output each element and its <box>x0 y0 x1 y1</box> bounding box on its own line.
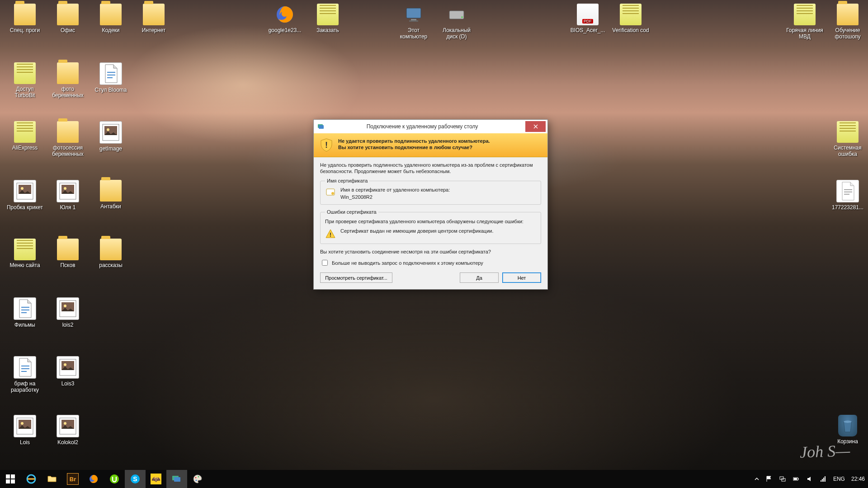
desktop-icon[interactable]: фото беременных <box>47 62 88 99</box>
desktop-icon[interactable]: Заказать <box>307 4 348 34</box>
desktop-icon[interactable]: Юля 1 <box>47 180 88 211</box>
folder-icon <box>47 474 57 484</box>
taskbar-firefox[interactable] <box>83 470 104 488</box>
desktop-icon[interactable]: Verification cod <box>610 4 651 34</box>
tray-clock[interactable]: 22:46 <box>848 470 868 488</box>
svg-rect-29 <box>21 371 27 372</box>
desktop-icon-label: Меню сайта <box>5 262 45 269</box>
desktop-icon[interactable]: Системная ошибка <box>827 121 868 158</box>
tray-language[interactable]: ENG <box>830 470 848 488</box>
svg-rect-46 <box>6 474 10 479</box>
taskbar-app-bat[interactable]: 🦇 <box>146 470 166 488</box>
desktop-icon[interactable]: Офис <box>47 4 88 34</box>
yes-button[interactable]: Да <box>460 272 499 283</box>
desktop-icon[interactable]: Псков <box>47 239 88 269</box>
desktop-icon[interactable]: google1e23... <box>264 4 305 34</box>
close-button[interactable] <box>525 121 546 132</box>
desktop-icon[interactable]: lois2 <box>47 297 88 328</box>
dialog-intro-text: Не удалось проверить подлинность удаленн… <box>320 162 541 174</box>
no-button[interactable]: Нет <box>502 272 541 283</box>
warning-line-1: Не удается проверить подлинность удаленн… <box>338 138 490 144</box>
file-image-icon <box>14 415 36 437</box>
tray-power[interactable] <box>789 470 803 488</box>
speaker-icon <box>806 475 813 483</box>
desktop-icon[interactable]: BIOS_Acer_... <box>567 4 608 34</box>
desktop-icon[interactable]: Фильмы <box>5 297 45 328</box>
desktop-icon[interactable]: Кодеки <box>90 4 131 34</box>
taskbar-bridge[interactable]: Br <box>62 470 83 488</box>
desktop-icon[interactable]: Пробка крикет <box>5 180 45 211</box>
desktop[interactable]: Спец. прогиОфисКодекиИнтернетgoogle1e23.… <box>0 0 868 470</box>
desktop-icon[interactable]: getImage <box>90 121 131 152</box>
desktop-icon[interactable]: Корзина <box>827 415 868 445</box>
tray-network[interactable] <box>776 470 789 488</box>
desktop-icon[interactable]: Kolokol2 <box>47 415 88 446</box>
svg-text:!: ! <box>325 141 328 150</box>
taskbar[interactable]: Br S 🦇 ENG 22:46 <box>0 470 868 488</box>
desktop-icon[interactable]: бриф на разработку <box>5 356 45 394</box>
notepad-icon-icon <box>620 4 642 25</box>
desktop-icon[interactable]: Обучение фотошопу <box>827 4 868 40</box>
certificate-value: Win_S2008R2 <box>340 194 450 200</box>
tray-volume[interactable] <box>803 470 816 488</box>
desktop-icon[interactable]: фотосессия беременных <box>47 121 88 158</box>
signal-icon <box>820 475 827 483</box>
desktop-icon[interactable]: 177223281... <box>827 180 868 211</box>
desktop-icon[interactable]: Меню сайта <box>5 239 45 269</box>
svg-rect-27 <box>21 366 29 366</box>
desktop-icon[interactable]: Локальный диск (D) <box>436 4 477 40</box>
folder-icon <box>57 121 79 143</box>
dont-ask-checkbox[interactable] <box>322 260 328 266</box>
desktop-icon[interactable]: Доступ TurboBit <box>5 62 45 99</box>
desktop-icon-label: Локальный диск (D) <box>436 27 477 40</box>
tray-wifi[interactable] <box>816 470 830 488</box>
taskbar-rdp[interactable] <box>166 470 187 488</box>
desktop-icon-label: AliExpress <box>5 144 45 151</box>
taskbar-explorer[interactable] <box>42 470 62 488</box>
desktop-icon[interactable]: Интернет <box>133 4 174 34</box>
desktop-icon-label: бриф на разработку <box>5 380 45 394</box>
svg-rect-19 <box>844 192 852 192</box>
tray-show-hidden[interactable] <box>751 470 762 488</box>
ie-icon <box>26 474 37 484</box>
desktop-icon-label: Этот компьютер <box>393 27 434 40</box>
system-tray: ENG 22:46 <box>751 470 868 488</box>
svg-rect-7 <box>107 75 115 75</box>
svg-rect-49 <box>11 479 15 483</box>
desktop-icon[interactable]: Lois <box>5 415 45 446</box>
desktop-icon[interactable]: Антабки <box>90 180 131 210</box>
taskbar-ie[interactable] <box>21 470 42 488</box>
file-pdf-icon <box>577 4 599 25</box>
svg-text:!: ! <box>330 231 331 238</box>
desktop-icon[interactable]: Горячая линия МВД <box>784 4 825 40</box>
tray-security[interactable] <box>762 470 776 488</box>
desktop-icon-label: Интернет <box>133 27 174 34</box>
desktop-icon-label: Стул Blooma <box>90 86 131 94</box>
dialog-question: Вы хотите установить соединение несмотря… <box>320 249 541 255</box>
taskbar-skype[interactable]: S <box>125 470 146 488</box>
desktop-icon[interactable]: Этот компьютер <box>393 4 434 40</box>
desktop-icon-label: Офис <box>47 27 88 34</box>
close-icon <box>533 124 538 129</box>
dialog-titlebar[interactable]: Подключение к удаленному рабочему столу <box>314 120 547 133</box>
desktop-icon[interactable]: Спец. проги <box>5 4 45 34</box>
svg-rect-1 <box>406 8 421 18</box>
desktop-icon[interactable]: Стул Blooma <box>90 62 131 94</box>
shield-warning-icon: ! <box>319 138 334 152</box>
taskbar-utorrent[interactable] <box>104 470 125 488</box>
svg-point-44 <box>331 192 334 195</box>
taskbar-paint[interactable] <box>187 470 208 488</box>
svg-rect-2 <box>411 19 416 20</box>
start-button[interactable] <box>0 470 21 488</box>
desktop-icon[interactable]: AliExpress <box>5 121 45 151</box>
certificate-errors-group: Ошибки сертификата При проверке сертифик… <box>320 209 541 244</box>
dont-ask-checkbox-row[interactable]: Больше не выводить запрос о подключениях… <box>320 258 541 267</box>
bridge-icon: Br <box>67 473 79 485</box>
desktop-icon-label: BIOS_Acer_... <box>567 27 608 34</box>
desktop-icon[interactable]: рассказы <box>90 239 131 269</box>
desktop-icon-label: Фильмы <box>5 321 45 328</box>
view-certificate-button[interactable]: Просмотреть сертификат... <box>320 272 392 283</box>
desktop-icon-label: Горячая линия МВД <box>784 27 825 40</box>
file-doc-icon <box>14 297 36 320</box>
desktop-icon[interactable]: Lois3 <box>47 356 88 387</box>
